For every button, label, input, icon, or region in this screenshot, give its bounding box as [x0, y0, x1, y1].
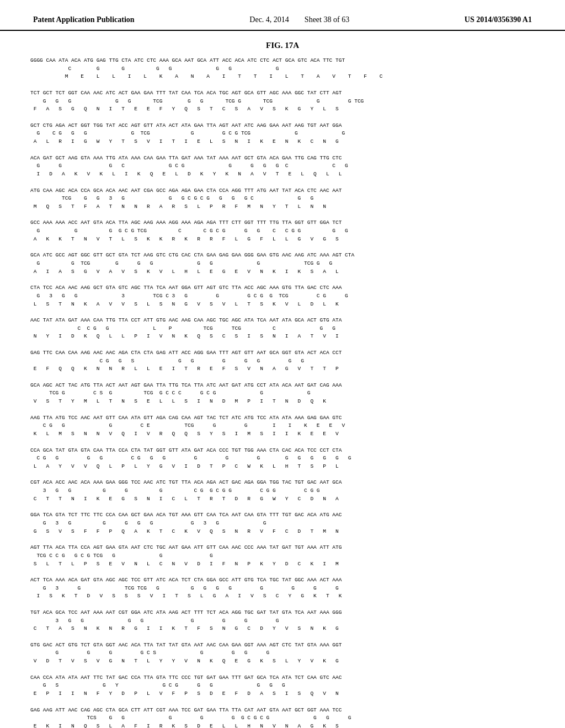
figure-title: FIG. 17A — [0, 41, 565, 50]
header-center: Dec. 4, 2014 Sheet 38 of 63 — [249, 15, 349, 24]
header-date: Dec. 4, 2014 — [249, 15, 289, 24]
header-sheet: Sheet 38 of 63 — [305, 15, 349, 24]
sequence-content: GGGG CAA ATA ACA ATG GAG TTG CTA ATC CTC… — [0, 57, 565, 728]
page-header: Patent Application Publication Dec. 4, 2… — [0, 0, 565, 31]
page: Patent Application Publication Dec. 4, 2… — [0, 0, 565, 728]
header-left: Patent Application Publication — [33, 15, 135, 24]
header-right: US 2014/0356390 A1 — [465, 15, 532, 24]
